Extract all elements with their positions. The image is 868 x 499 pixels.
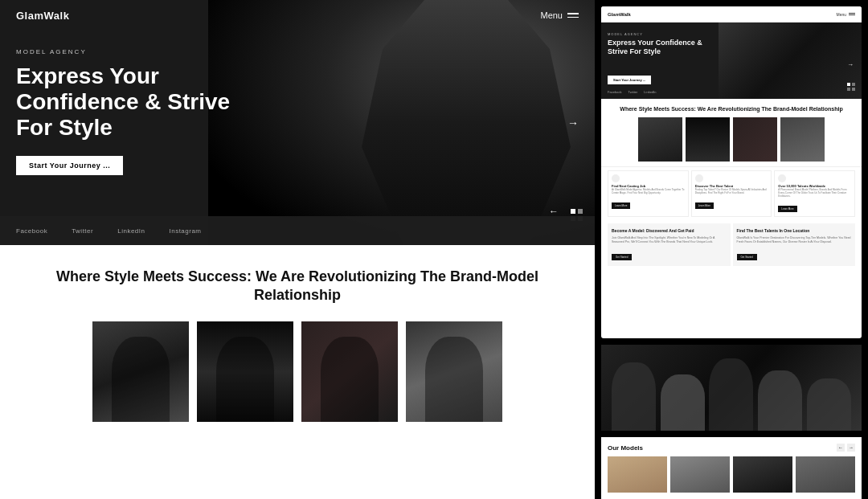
mini-slide-dots bbox=[847, 83, 855, 91]
model-photo-1 bbox=[92, 321, 189, 422]
models-title: Our Models bbox=[608, 444, 643, 452]
stat-cta-2[interactable]: Learn More bbox=[695, 202, 714, 209]
mini-nav: GlamWalk Menu bbox=[601, 6, 862, 22]
models-prev-button[interactable]: ← bbox=[837, 444, 845, 452]
model-photo-2 bbox=[197, 321, 293, 422]
models-photo-c bbox=[733, 456, 792, 493]
mini-cta-box-1: Become A Model: Discovered And Get Paid … bbox=[608, 223, 731, 266]
stat-cta-1[interactable]: Learn More bbox=[612, 202, 630, 209]
mini-cta-box-2: Find The Best Talents In One Location Gl… bbox=[733, 223, 856, 266]
mini-model-photo-2 bbox=[686, 117, 730, 162]
cta-box-title-1: Become A Model: Discovered And Get Paid bbox=[612, 228, 727, 234]
cta-box-desc-1: Join GlamWalk And Step Into The Spotligh… bbox=[612, 236, 727, 244]
mini-hero-bg bbox=[719, 22, 862, 99]
left-panel: GlamWalk Menu Model Agency Express Your … bbox=[0, 0, 595, 499]
hero-nav: GlamWalk Menu bbox=[0, 0, 595, 31]
figure-4 bbox=[758, 370, 802, 431]
mini-menu: Menu bbox=[836, 12, 855, 17]
figure-5 bbox=[807, 378, 851, 431]
mini-stat-3: Over 10,000 Talents Worldwide A Phenomen… bbox=[774, 170, 855, 217]
mini-brand: GlamWalk bbox=[608, 12, 631, 17]
social-instagram[interactable]: Instagram bbox=[169, 227, 201, 235]
mini-hamburger-icon bbox=[849, 13, 855, 16]
mini-model-photo-4 bbox=[780, 117, 825, 162]
menu-label: Menu bbox=[540, 10, 563, 20]
hero-cta-button[interactable]: Start Your Journey ... bbox=[16, 156, 123, 175]
mini-model-photo-3 bbox=[733, 117, 777, 162]
cta-box-btn-2[interactable]: Get Started bbox=[737, 254, 757, 260]
models-photo-a bbox=[608, 456, 667, 493]
mini-agency-label: Model Agency bbox=[608, 32, 643, 36]
mini-stat-2: Discover The Best Talent Finding Top Tal… bbox=[691, 170, 772, 217]
social-facebook[interactable]: Facebook bbox=[16, 227, 47, 235]
mini-browser: GlamWalk Menu Model Agency Express Your … bbox=[601, 6, 862, 338]
stat-cta-3[interactable]: Learn More bbox=[778, 206, 796, 212]
mini-next-icon: → bbox=[847, 61, 854, 68]
cta-box-btn-1[interactable]: Get Started bbox=[612, 254, 632, 260]
stat-icon-3 bbox=[778, 174, 786, 182]
model-photo-4 bbox=[406, 321, 502, 422]
models-photos-row bbox=[608, 456, 855, 493]
brand-logo: GlamWalk bbox=[16, 10, 69, 22]
figure-3 bbox=[709, 358, 753, 431]
models-photo-b bbox=[670, 456, 730, 493]
mini-hero: Model Agency Express Your Confidence & S… bbox=[601, 22, 862, 99]
models-section: Our Models ← → bbox=[601, 437, 862, 499]
right-panel: GlamWalk Menu Model Agency Express Your … bbox=[595, 0, 868, 499]
mini-cta-row: Become A Model: Discovered And Get Paid … bbox=[601, 220, 862, 269]
prev-slide-icon[interactable]: ← bbox=[549, 206, 559, 217]
figure-1 bbox=[612, 362, 656, 431]
social-linkedin[interactable]: LinkedIn bbox=[117, 227, 145, 235]
models-next-button[interactable]: → bbox=[847, 444, 855, 452]
nav-menu[interactable]: Menu bbox=[540, 10, 579, 20]
hero-content: Model Agency Express Your Confidence & S… bbox=[16, 48, 230, 175]
agency-label: Model Agency bbox=[16, 48, 230, 55]
cta-box-desc-2: GlamWalk Is Your Premier Destination For… bbox=[737, 236, 852, 244]
stat-desc-3: A Phenomenal Brand-Model Platform, Brand… bbox=[778, 189, 851, 198]
social-twitter[interactable]: Twitter bbox=[72, 227, 93, 235]
model-photo-3 bbox=[301, 321, 398, 422]
mini-stats-row: Find Next Casting Job At GlamWalk Model … bbox=[601, 166, 862, 220]
stat-icon-1 bbox=[612, 174, 620, 182]
hamburger-icon bbox=[567, 13, 579, 18]
models-photo-d bbox=[796, 456, 855, 493]
mini-model-row bbox=[601, 117, 862, 162]
brand-model-section: Where Style Meets Success: We Are Revolu… bbox=[0, 245, 595, 438]
stat-icon-2 bbox=[695, 174, 703, 182]
model-silhouette bbox=[362, 0, 571, 245]
figure-2 bbox=[661, 374, 705, 431]
models-nav: ← → bbox=[837, 444, 855, 452]
mini-hero-title: Express Your Confidence & Strive For Sty… bbox=[608, 39, 712, 56]
brand-model-title: Where Style Meets Success: We Are Revolu… bbox=[24, 268, 571, 305]
socials-bar: Facebook Twitter LinkedIn Instagram bbox=[0, 216, 595, 245]
dark-band bbox=[601, 345, 862, 431]
cta-box-title-2: Find The Best Talents In One Location bbox=[737, 228, 852, 234]
mini-stat-1: Find Next Casting Job At GlamWalk Model … bbox=[608, 170, 689, 217]
mini-hero-cta: Start Your Journey ... bbox=[608, 76, 651, 84]
hero-section: GlamWalk Menu Model Agency Express Your … bbox=[0, 0, 595, 245]
hero-title: Express Your Confidence & Strive For Sty… bbox=[16, 63, 230, 141]
models-section-header: Our Models ← → bbox=[608, 444, 855, 452]
dark-band-figures bbox=[601, 345, 862, 431]
stat-desc-2: Finding Top Talent? Our Roster Of Models… bbox=[695, 189, 768, 195]
mini-section-title: Where Style Meets Success: We Are Revolu… bbox=[601, 99, 862, 117]
stat-desc-1: At GlamWalk Model Agentur, Models And Br… bbox=[612, 189, 685, 195]
mini-hero-tabs: Facebook Twitter LinkedIn bbox=[608, 90, 656, 94]
model-photos-row bbox=[24, 321, 571, 422]
next-slide-icon[interactable]: → bbox=[567, 117, 579, 129]
mini-model-photo-1 bbox=[638, 117, 682, 162]
